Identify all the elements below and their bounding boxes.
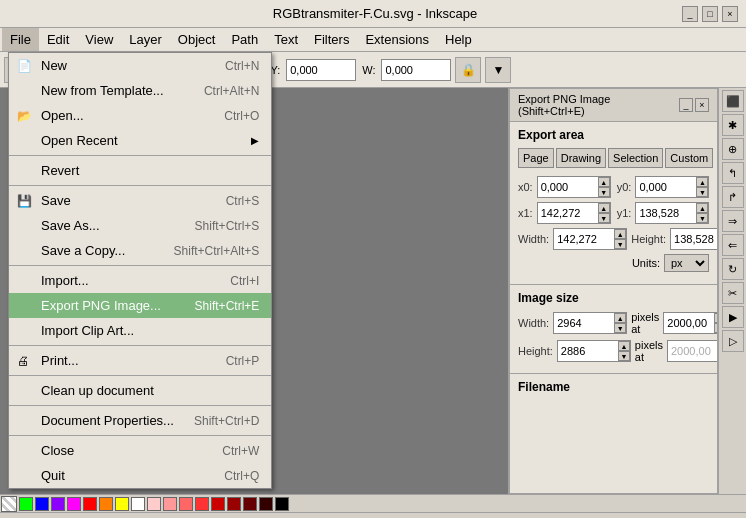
w-coord-input[interactable]: [381, 59, 451, 81]
img-width-input[interactable]: [554, 313, 614, 333]
side-icon-2[interactable]: ✱: [722, 114, 744, 136]
units-select[interactable]: px mm cm in: [664, 254, 709, 272]
maximize-button[interactable]: □: [702, 6, 718, 22]
width-input[interactable]: [554, 229, 614, 249]
menu-edit[interactable]: Edit: [39, 28, 77, 51]
x0-input[interactable]: [538, 177, 598, 197]
color-swatch-red3[interactable]: [195, 497, 209, 511]
color-swatch-yellow[interactable]: [115, 497, 129, 511]
toolbar-lock-btn[interactable]: 🔒: [455, 57, 481, 83]
img-width-spin-down[interactable]: ▼: [614, 323, 626, 333]
menu-item-new-template[interactable]: New from Template... Ctrl+Alt+N: [9, 78, 271, 103]
color-swatch-darkred3[interactable]: [243, 497, 257, 511]
x0-spin-down[interactable]: ▼: [598, 187, 610, 197]
menu-layer[interactable]: Layer: [121, 28, 170, 51]
area-btn-custom[interactable]: Custom: [665, 148, 713, 168]
panel-minimize-btn[interactable]: _: [679, 98, 693, 112]
menu-path[interactable]: Path: [223, 28, 266, 51]
width-spin-down[interactable]: ▼: [614, 239, 626, 249]
x1-input[interactable]: [538, 203, 598, 223]
side-icon-5[interactable]: ↱: [722, 186, 744, 208]
menu-item-close-shortcut: Ctrl+W: [222, 444, 259, 458]
menu-item-doc-props-label: Document Properties...: [41, 413, 174, 428]
side-icon-3[interactable]: ⊕: [722, 138, 744, 160]
menu-text[interactable]: Text: [266, 28, 306, 51]
color-swatch-violet[interactable]: [51, 497, 65, 511]
menu-item-new[interactable]: 📄 New Ctrl+N: [9, 53, 271, 78]
side-icon-4[interactable]: ↰: [722, 162, 744, 184]
color-swatch-darkred2[interactable]: [227, 497, 241, 511]
x1-spin-up[interactable]: ▲: [598, 203, 610, 213]
menu-view[interactable]: View: [77, 28, 121, 51]
color-swatch-darkred1[interactable]: [211, 497, 225, 511]
menu-item-cleanup-label: Clean up document: [41, 383, 154, 398]
toolbar-more-btn[interactable]: ▼: [485, 57, 511, 83]
color-swatch-pink1[interactable]: [147, 497, 161, 511]
color-swatch-black[interactable]: [275, 497, 289, 511]
menu-item-print-shortcut: Ctrl+P: [226, 354, 260, 368]
menu-item-doc-props[interactable]: Document Properties... Shift+Ctrl+D: [9, 408, 271, 433]
area-btn-page[interactable]: Page: [518, 148, 554, 168]
menu-object[interactable]: Object: [170, 28, 224, 51]
color-swatch-red2[interactable]: [179, 497, 193, 511]
menu-item-open-recent[interactable]: Open Recent ▶: [9, 128, 271, 153]
color-swatch-pink2[interactable]: [163, 497, 177, 511]
no-color-swatch[interactable]: [1, 496, 17, 512]
side-icon-9[interactable]: ✂: [722, 282, 744, 304]
menu-item-quit[interactable]: Quit Ctrl+Q: [9, 463, 271, 488]
side-icon-6[interactable]: ⇒: [722, 210, 744, 232]
color-swatch-red[interactable]: [83, 497, 97, 511]
y-coord-input[interactable]: [286, 59, 356, 81]
dpi1-input[interactable]: [664, 313, 714, 333]
img-width-spin-up[interactable]: ▲: [614, 313, 626, 323]
side-icon-1[interactable]: ⬛: [722, 90, 744, 112]
menu-file[interactable]: File: [2, 28, 39, 51]
color-swatch-magenta[interactable]: [67, 497, 81, 511]
menu-item-cleanup[interactable]: Clean up document: [9, 378, 271, 403]
y0-input[interactable]: [636, 177, 696, 197]
side-icon-10[interactable]: ▶: [722, 306, 744, 328]
menu-item-import[interactable]: Import... Ctrl+I: [9, 268, 271, 293]
color-swatch-darkred4[interactable]: [259, 497, 273, 511]
y1-spin-down[interactable]: ▼: [696, 213, 708, 223]
color-swatch-green[interactable]: [19, 497, 33, 511]
y0-spin-up[interactable]: ▲: [696, 177, 708, 187]
panel-close-btn[interactable]: ×: [695, 98, 709, 112]
side-icon-8[interactable]: ↻: [722, 258, 744, 280]
color-swatch-orange[interactable]: [99, 497, 113, 511]
menu-item-revert[interactable]: Revert: [9, 158, 271, 183]
color-swatch-blue[interactable]: [35, 497, 49, 511]
menu-item-save[interactable]: 💾 Save Ctrl+S: [9, 188, 271, 213]
x0-spin-up[interactable]: ▲: [598, 177, 610, 187]
y0-spin-down[interactable]: ▼: [696, 187, 708, 197]
area-btn-drawing[interactable]: Drawing: [556, 148, 606, 168]
menu-item-save-copy[interactable]: Save a Copy... Shift+Ctrl+Alt+S: [9, 238, 271, 263]
menu-item-export-png[interactable]: Export PNG Image... Shift+Ctrl+E: [9, 293, 271, 318]
y1-spin-up[interactable]: ▲: [696, 203, 708, 213]
side-icon-11[interactable]: ▷: [722, 330, 744, 352]
x1-spin-down[interactable]: ▼: [598, 213, 610, 223]
menu-extensions[interactable]: Extensions: [357, 28, 437, 51]
menu-filters[interactable]: Filters: [306, 28, 357, 51]
x0-label: x0:: [518, 181, 533, 193]
menu-help[interactable]: Help: [437, 28, 480, 51]
img-height-spin-up[interactable]: ▲: [618, 341, 630, 351]
menu-item-close[interactable]: Close Ctrl+W: [9, 438, 271, 463]
img-height-input[interactable]: [558, 341, 618, 361]
dpi2-input[interactable]: [668, 341, 718, 361]
img-height-spin-down[interactable]: ▼: [618, 351, 630, 361]
side-icon-7[interactable]: ⇐: [722, 234, 744, 256]
minimize-button[interactable]: _: [682, 6, 698, 22]
color-swatch-white[interactable]: [131, 497, 145, 511]
menu-item-print[interactable]: 🖨 Print... Ctrl+P: [9, 348, 271, 373]
menu-item-import-clip[interactable]: Import Clip Art...: [9, 318, 271, 343]
menu-item-save-as[interactable]: Save As... Shift+Ctrl+S: [9, 213, 271, 238]
menu-item-open[interactable]: 📂 Open... Ctrl+O: [9, 103, 271, 128]
close-button[interactable]: ×: [722, 6, 738, 22]
y1-input[interactable]: [636, 203, 696, 223]
width-spin-up[interactable]: ▲: [614, 229, 626, 239]
height-input[interactable]: [671, 229, 718, 249]
area-btn-selection[interactable]: Selection: [608, 148, 663, 168]
filename-section: Filename: [510, 373, 717, 404]
menu-separator-7: [9, 435, 271, 436]
